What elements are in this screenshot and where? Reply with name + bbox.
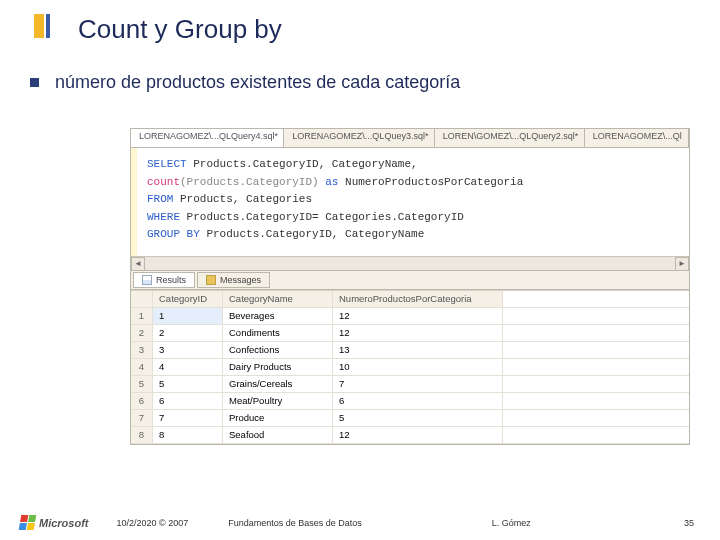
file-tab-strip: LORENAGOMEZ\...QLQuery4.sql* LORENAGOMEZ… [131, 129, 689, 148]
cell[interactable]: 12 [333, 308, 503, 324]
sql-keyword: GROUP BY [147, 228, 206, 240]
slide-accent [34, 14, 54, 38]
sql-ident: Products, Categories [180, 193, 312, 205]
col-header[interactable]: CategoryID [153, 291, 223, 307]
scroll-left-icon[interactable]: ◄ [131, 257, 145, 271]
table-row[interactable]: 3 3 Confections 13 [131, 342, 689, 359]
bullet-text: número de productos existentes de cada c… [55, 72, 460, 93]
cell[interactable]: 8 [153, 427, 223, 443]
sql-keyword: as [325, 176, 345, 188]
cell[interactable]: 7 [333, 376, 503, 392]
cell[interactable]: 5 [153, 376, 223, 392]
sql-keyword: WHERE [147, 211, 187, 223]
sql-function: count [147, 176, 180, 188]
sql-ident: Products.CategoryID= Categories.Category… [187, 211, 464, 223]
table-row[interactable]: 6 6 Meat/Poultry 6 [131, 393, 689, 410]
table-row[interactable]: 4 4 Dairy Products 10 [131, 359, 689, 376]
tab-results[interactable]: Results [133, 272, 195, 288]
messages-icon [206, 275, 216, 285]
sql-alias: NumeroProductosPorCategoria [345, 176, 523, 188]
cell[interactable]: Meat/Poultry [223, 393, 333, 409]
ssms-editor: LORENAGOMEZ\...QLQuery4.sql* LORENAGOMEZ… [130, 128, 690, 445]
sql-keyword: FROM [147, 193, 180, 205]
logo-text: Microsoft [39, 517, 89, 529]
tab-label: Messages [220, 275, 261, 285]
cell[interactable]: 12 [333, 427, 503, 443]
cell[interactable]: 10 [333, 359, 503, 375]
slide-number: 35 [684, 518, 694, 528]
bullet-item: número de productos existentes de cada c… [30, 72, 460, 93]
table-row[interactable]: 1 1 Beverages 12 [131, 308, 689, 325]
col-header[interactable]: NumeroProductosPorCategoria [333, 291, 503, 307]
slide-title: Count y Group by [78, 14, 282, 45]
cell[interactable]: 3 [153, 342, 223, 358]
sql-text-area[interactable]: SELECT Products.CategoryID, CategoryName… [131, 148, 689, 256]
windows-flag-icon [19, 515, 37, 530]
row-number: 3 [131, 342, 153, 358]
row-number: 1 [131, 308, 153, 324]
cell[interactable]: Condiments [223, 325, 333, 341]
cell[interactable]: 4 [153, 359, 223, 375]
cell[interactable]: 6 [153, 393, 223, 409]
row-number: 7 [131, 410, 153, 426]
bullet-square-icon [30, 78, 39, 87]
slide-footer: Microsoft 10/2/2020 © 2007 Fundamentos d… [0, 515, 720, 530]
tab-label: Results [156, 275, 186, 285]
grid-icon [142, 275, 152, 285]
grid-header-row: CategoryID CategoryName NumeroProductosP… [131, 291, 689, 308]
results-grid: CategoryID CategoryName NumeroProductosP… [131, 290, 689, 444]
cell[interactable]: Dairy Products [223, 359, 333, 375]
cell[interactable]: 13 [333, 342, 503, 358]
scroll-right-icon[interactable]: ► [675, 257, 689, 271]
table-row[interactable]: 8 8 Seafood 12 [131, 427, 689, 444]
file-tab[interactable]: LORENAGOMEZ\...QLQuey3.sql* [284, 129, 434, 147]
cell[interactable]: 7 [153, 410, 223, 426]
table-row[interactable]: 5 5 Grains/Cereals 7 [131, 376, 689, 393]
cell[interactable]: 6 [333, 393, 503, 409]
file-tab[interactable]: LORENAGOMEZ\...Ql [585, 129, 689, 147]
table-row[interactable]: 2 2 Condiments 12 [131, 325, 689, 342]
sql-paren: (Products.CategoryID) [180, 176, 325, 188]
file-tab[interactable]: LOREN\GOMEZ\...QLQuery2.sql* [435, 129, 585, 147]
sql-ident: Products.CategoryID, CategoryName [206, 228, 424, 240]
row-number: 6 [131, 393, 153, 409]
row-number: 2 [131, 325, 153, 341]
cell[interactable]: Beverages [223, 308, 333, 324]
footer-author: L. Gómez [492, 518, 531, 528]
table-row[interactable]: 7 7 Produce 5 [131, 410, 689, 427]
row-number: 5 [131, 376, 153, 392]
cell[interactable]: 12 [333, 325, 503, 341]
cell[interactable]: Confections [223, 342, 333, 358]
horizontal-scrollbar[interactable]: ◄ ► [131, 256, 689, 270]
file-tab[interactable]: LORENAGOMEZ\...QLQuery4.sql* [131, 129, 284, 147]
footer-title: Fundamentos de Bases de Datos [228, 518, 362, 528]
row-header-blank [131, 291, 153, 307]
tab-messages[interactable]: Messages [197, 272, 270, 288]
microsoft-logo: Microsoft [20, 515, 89, 530]
cell[interactable]: 2 [153, 325, 223, 341]
sql-keyword: SELECT [147, 158, 193, 170]
cell[interactable]: Produce [223, 410, 333, 426]
cell[interactable]: 1 [153, 308, 223, 324]
footer-date: 10/2/2020 © 2007 [117, 518, 189, 528]
cell[interactable]: Grains/Cereals [223, 376, 333, 392]
col-header[interactable]: CategoryName [223, 291, 333, 307]
row-number: 4 [131, 359, 153, 375]
cell[interactable]: 5 [333, 410, 503, 426]
cell[interactable]: Seafood [223, 427, 333, 443]
result-tab-strip: Results Messages [131, 270, 689, 290]
sql-ident: Products.CategoryID, CategoryName, [193, 158, 417, 170]
row-number: 8 [131, 427, 153, 443]
